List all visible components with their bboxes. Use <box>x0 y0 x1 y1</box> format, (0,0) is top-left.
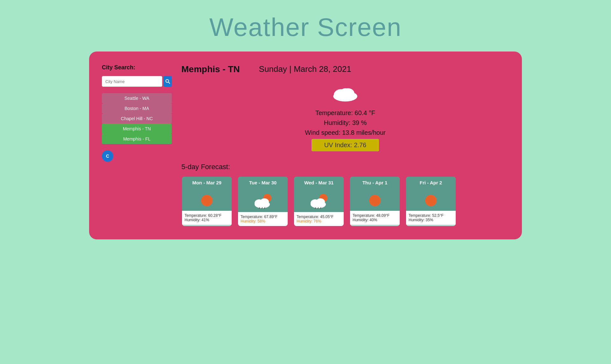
forecast-card: Mon - Mar 29 Temperature: 60.28°F Humidi… <box>181 176 232 227</box>
city-item[interactable]: Boston - MA <box>102 103 172 113</box>
forecast-card-body <box>238 189 288 212</box>
search-input[interactable] <box>102 76 162 87</box>
sidebar: City Search: Seattle - WABoston - MAChap… <box>102 64 172 227</box>
forecast-card-info: Temperature: 45.05°F Humidity: 76% <box>294 212 344 226</box>
forecast-cards: Mon - Mar 29 Temperature: 60.28°F Humidi… <box>181 176 509 227</box>
current-header: Memphis - TN Sunday | March 28, 2021 <box>181 64 509 74</box>
uv-index-badge: UV Index: 2.76 <box>312 139 379 151</box>
forecast-card-day: Fri - Apr 2 <box>406 177 456 189</box>
forecast-humidity: Humidity: 35% <box>409 218 453 222</box>
svg-point-10 <box>260 198 269 205</box>
forecast-section: 5-day Forecast: Mon - Mar 29 Temperature… <box>181 163 509 227</box>
avatar[interactable]: C <box>102 150 113 162</box>
main-card: City Search: Seattle - WABoston - MAChap… <box>89 52 522 239</box>
svg-point-21 <box>369 195 381 206</box>
forecast-card-day: Tue - Mar 30 <box>238 177 288 189</box>
city-item[interactable]: Seattle - WA <box>102 93 172 103</box>
svg-point-5 <box>340 88 350 98</box>
forecast-card-body <box>182 189 232 211</box>
forecast-card-body <box>294 189 344 212</box>
cloud-icon <box>331 84 360 103</box>
current-city-title: Memphis - TN <box>181 64 240 74</box>
forecast-card-day: Wed - Mar 31 <box>294 177 344 189</box>
search-row <box>102 76 172 87</box>
svg-point-0 <box>166 79 169 82</box>
city-item[interactable]: Memphis - TN <box>102 124 172 134</box>
weather-stats: Temperature: 60.4 °F Humidity: 39 % Wind… <box>181 109 509 151</box>
svg-point-22 <box>425 195 437 206</box>
forecast-card-body <box>350 189 400 211</box>
forecast-title: 5-day Forecast: <box>181 163 509 171</box>
forecast-card-info: Temperature: 48.09°F Humidity: 40% <box>350 211 400 225</box>
forecast-temperature: Temperature: 67.89°F <box>241 215 285 219</box>
main-content: Memphis - TN Sunday | March 28, 2021 Tem… <box>181 64 509 227</box>
city-search-label: City Search: <box>102 64 172 71</box>
wind-speed-stat: Wind speed: 13.8 miles/hour <box>305 129 385 136</box>
city-item[interactable]: Chapel Hill - NC <box>102 113 172 124</box>
current-date: Sunday | March 28, 2021 <box>259 64 351 74</box>
forecast-card-info: Temperature: 60.28°F Humidity: 41% <box>182 211 232 225</box>
sun-icon <box>199 194 215 208</box>
temperature-stat: Temperature: 60.4 °F <box>315 109 375 117</box>
search-icon <box>165 79 170 84</box>
forecast-card: Tue - Mar 30 Temperature: 67.89°F Humidi… <box>237 176 288 227</box>
forecast-card-day: Mon - Mar 29 <box>182 177 232 189</box>
sun-icon <box>423 194 439 208</box>
forecast-card-info: Temperature: 52.5°F Humidity: 35% <box>406 211 456 225</box>
forecast-temperature: Temperature: 48.09°F <box>353 213 397 218</box>
forecast-card-info: Temperature: 67.89°F Humidity: 58% <box>238 212 288 226</box>
forecast-humidity: Humidity: 58% <box>241 219 285 223</box>
forecast-card: Thu - Apr 1 Temperature: 48.09°F Humidit… <box>349 176 400 227</box>
forecast-temperature: Temperature: 45.05°F <box>297 215 341 219</box>
forecast-card-day: Thu - Apr 1 <box>350 177 400 189</box>
svg-point-6 <box>201 195 213 206</box>
svg-line-1 <box>168 82 170 84</box>
rain-icon <box>253 194 272 209</box>
forecast-humidity: Humidity: 76% <box>297 219 341 223</box>
forecast-card: Fri - Apr 2 Temperature: 52.5°F Humidity… <box>405 176 456 227</box>
forecast-card-body <box>406 189 456 211</box>
search-button[interactable] <box>164 76 172 87</box>
current-weather-icon-area <box>181 84 509 103</box>
forecast-humidity: Humidity: 41% <box>185 218 229 222</box>
humidity-stat: Humidity: 39 % <box>324 119 367 127</box>
forecast-card: Wed - Mar 31 Temperature: 45.05°F Humidi… <box>293 176 344 227</box>
svg-point-17 <box>316 198 325 205</box>
forecast-humidity: Humidity: 40% <box>353 218 397 222</box>
city-list: Seattle - WABoston - MAChapel Hill - NCM… <box>102 93 172 144</box>
rain-icon <box>309 194 328 209</box>
forecast-temperature: Temperature: 60.28°F <box>185 213 229 218</box>
forecast-temperature: Temperature: 52.5°F <box>409 213 453 218</box>
sun-icon <box>367 194 383 208</box>
city-item[interactable]: Memphis - FL <box>102 134 172 144</box>
page-title: Weather Screen <box>209 13 402 42</box>
